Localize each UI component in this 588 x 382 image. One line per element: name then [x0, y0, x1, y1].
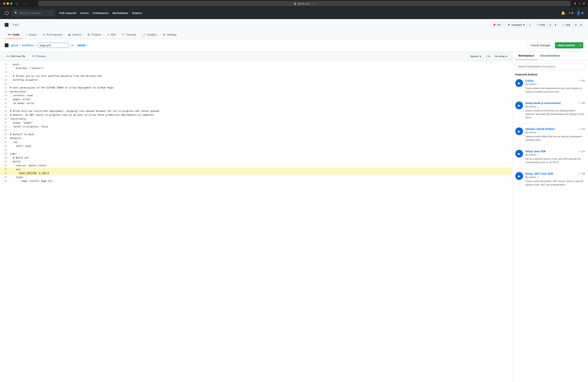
cancel-changes-button[interactable]: Cancel changes [527, 42, 553, 48]
list-item: ▶ Upload a Build Artifact ☆ 2.2k By acti… [515, 127, 585, 146]
table-row: 8 [0, 70, 512, 74]
tab-insights[interactable]: 📈 Insights [139, 31, 160, 39]
list-item: ▶ Setup .NET Core SDK ☆ 728 By actions ✓… [515, 172, 585, 191]
fork-button[interactable]: ⑂ Fork [534, 22, 547, 28]
tab-projects[interactable]: ⊞ Projects [84, 31, 105, 39]
start-commit-dropdown[interactable]: ▾ [578, 42, 583, 48]
nav-marketplace[interactable]: Marketplace [113, 11, 128, 15]
indent-select[interactable]: 2 ▾ [484, 54, 492, 59]
tab-settings[interactable]: ⚙ Settings [160, 31, 180, 39]
user-avatar[interactable]: 👤 ▾ [576, 11, 583, 15]
star-dropdown[interactable]: ▾ [579, 22, 583, 28]
start-commit-button[interactable]: Start commit [555, 42, 578, 48]
wrap-select[interactable]: No wrap ▾ [493, 54, 509, 59]
address-bar[interactable]: 🔒 github.com ↻ [38, 1, 571, 6]
action-name[interactable]: Upload a Build Artifact [525, 127, 555, 130]
spaces-select[interactable]: Spaces ▾ [468, 54, 483, 59]
action-name[interactable]: Setup .NET Core SDK [525, 172, 553, 175]
eye-icon: 👁 [507, 23, 510, 26]
marketplace-body: Featured Actions ▶ Cache ☆ 3.6k By actio… [512, 60, 588, 382]
create-new[interactable]: + ▾ [568, 11, 573, 15]
table-row: 24 # Default to bash [0, 132, 512, 136]
tab-marketplace[interactable]: Marketplace [515, 52, 537, 60]
fork-group: ⑂ Fork 0 ▾ [534, 22, 558, 28]
table-row: 35 steps: [0, 175, 512, 179]
chevron-down-icon: ▾ [488, 55, 490, 58]
breadcrumb-sep-1: / [20, 44, 21, 47]
tab-preview[interactable]: 👁 Preview [30, 53, 48, 59]
tab-actions[interactable]: ▶ Actions [65, 31, 84, 39]
github-logo[interactable]: ⬡ [5, 10, 9, 16]
url-text: github.com [298, 2, 310, 5]
add-tab-icon[interactable]: + [579, 2, 580, 5]
verified-icon: ✓ [537, 83, 539, 86]
nav-arrows: ‹ › [21, 2, 27, 5]
action-name[interactable]: Setup Node.js environment [525, 102, 561, 105]
verified-icon: ✓ [537, 176, 539, 179]
table-row: 15 pages: write [0, 97, 512, 101]
tab-edit-new-file[interactable]: </> Edit new file [3, 53, 28, 59]
table-row: 22 cancel-in-progress: false [0, 125, 512, 128]
nav-issues[interactable]: Issues [80, 11, 89, 15]
tab-wiki[interactable]: ≡ Wiki [105, 31, 119, 39]
star-icon: ☆ [578, 127, 580, 130]
action-by: By actions ✓ [525, 83, 585, 86]
repo-header: Public 📌 Pin 👁 Unwatch ▾ 1 ⑂ Fork [0, 19, 588, 39]
watch-count[interactable]: 1 [527, 22, 533, 28]
star-count[interactable]: 0 [573, 22, 579, 28]
breadcrumb-bar: .github / workflows / in master Cancel c… [0, 39, 588, 52]
reload-icon[interactable]: ↻ [313, 2, 315, 5]
filename-input[interactable] [38, 43, 69, 48]
pin-button[interactable]: 📌 Pin [490, 22, 504, 28]
lock-icon: 🔒 [294, 2, 296, 5]
star-icon: ☆ [562, 23, 565, 26]
nav-explore[interactable]: Explore [132, 11, 142, 15]
global-search[interactable]: 🔍 Search or jump to... / [12, 10, 55, 16]
star-icon: ☆ [578, 79, 580, 82]
tab-documentation[interactable]: Documentation [537, 52, 563, 60]
star-icon: ☆ [578, 172, 580, 175]
marketplace-tabs: Marketplace Documentation [512, 52, 588, 60]
table-row: 25 defaults: [0, 136, 512, 140]
header-right: 🔔 + ▾ 👤 ▾ [561, 11, 583, 15]
verified-icon: ✓ [537, 105, 539, 108]
star-icon: ☆ [578, 102, 580, 105]
tab-pull-requests[interactable]: ⇄ Pull requests [40, 31, 65, 39]
action-info-dotnet: Setup .NET Core SDK ☆ 728 By actions ✓ U… [525, 172, 585, 187]
minimize-btn[interactable] [7, 2, 9, 5]
table-row: 11 [0, 82, 512, 86]
sidebar-toggle-icon[interactable]: ⊞ [16, 2, 18, 5]
watch-button[interactable]: 👁 Unwatch ▾ [505, 22, 527, 28]
chevron-down-icon: ▾ [506, 55, 507, 58]
breadcrumb-workflows[interactable]: workflows [22, 44, 34, 47]
tab-issues[interactable]: ○ Issues [22, 31, 40, 39]
close-btn[interactable] [3, 2, 5, 5]
repo-tab-nav: <> Code ○ Issues ⇄ Pull requests ▶ Actio… [5, 31, 583, 39]
table-row: 34 HUGO_VERSION: 0.108.0 [0, 171, 512, 175]
action-stars: ☆ 3.6k [578, 79, 585, 82]
action-stars: ☆ 2.2k [578, 127, 585, 130]
list-item: ▶ Setup Node.js environment ☆ 2.8k By ac… [515, 102, 585, 124]
forward-arrow[interactable]: › [24, 2, 27, 5]
share-icon[interactable]: ⬆ [574, 2, 576, 5]
action-name[interactable]: Setup Java JDK [525, 150, 546, 153]
back-arrow[interactable]: ‹ [21, 2, 24, 5]
maximize-btn[interactable] [10, 2, 12, 5]
table-row: 26 run: [0, 140, 512, 144]
code-editor[interactable]: 6 push: 7 branches: ["master"] 8 9 # All… [0, 61, 512, 382]
breadcrumb-github[interactable]: .github [10, 44, 18, 47]
fork-count[interactable]: 0 [547, 22, 553, 28]
action-info-cache: Cache ☆ 3.6k By actions ✓ Cache artifact… [525, 79, 585, 94]
table-row: 17 [0, 105, 512, 109]
nav-pull-requests[interactable]: Pull requests [59, 11, 76, 15]
notifications-bell[interactable]: 🔔 [561, 11, 565, 15]
fork-dropdown[interactable]: ▾ [553, 22, 558, 28]
marketplace-search[interactable] [515, 63, 585, 70]
tabs-icon[interactable]: ⧉ [583, 2, 585, 5]
tab-code[interactable]: <> Code [5, 31, 22, 39]
chevron-down-icon: ▾ [523, 23, 525, 26]
action-name[interactable]: Cache [525, 79, 534, 82]
star-button[interactable]: ☆ Star [559, 22, 573, 28]
tab-security[interactable]: 🛡 Security [119, 31, 139, 39]
nav-codespaces[interactable]: Codespaces [93, 11, 109, 15]
